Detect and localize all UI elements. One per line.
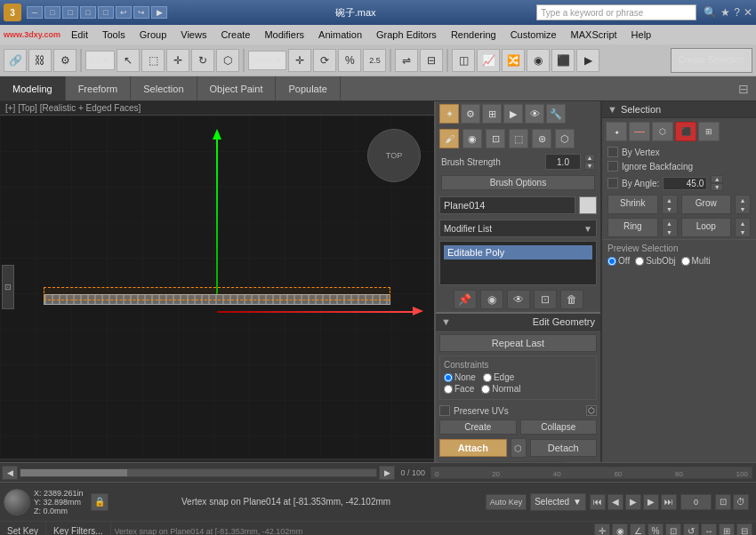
brush-select-btn[interactable]: ◉ [462, 129, 482, 148]
grow-btn[interactable]: Grow [681, 195, 732, 214]
angle-spinner[interactable]: ▲ ▼ [711, 175, 723, 191]
by-angle-checkbox[interactable] [607, 178, 618, 188]
border-icon-btn[interactable]: ⬡ [652, 122, 673, 141]
stack-show-btn[interactable]: 👁 [507, 290, 530, 309]
bookmark-icon[interactable]: ★ [720, 6, 730, 19]
snap-toggle-btn[interactable]: ✛ [288, 49, 311, 72]
vertex-icon-btn[interactable]: ⬥ [606, 122, 627, 141]
snap-angle-btn[interactable]: ∠ [630, 523, 646, 536]
undo-btn[interactable]: ↩ [116, 6, 132, 19]
minimize-btn[interactable]: ─ [27, 6, 43, 19]
selection-collapse[interactable]: ▼ [607, 104, 617, 115]
create-btn[interactable]: Create [439, 419, 517, 435]
align-btn[interactable]: ⊟ [420, 49, 443, 72]
menu-create[interactable]: Create [213, 25, 257, 44]
by-vertex-checkbox[interactable] [607, 147, 618, 157]
brush-option3-btn[interactable]: ⊛ [532, 129, 551, 148]
restore-btn[interactable]: □ [44, 6, 60, 19]
repeat-last-btn[interactable]: Repeat Last [439, 334, 597, 352]
timeline-track[interactable]: 0 20 40 60 80 100 [430, 467, 752, 479]
ring-spinner[interactable]: ▲ ▼ [662, 218, 678, 237]
time-config-btn[interactable]: ⏱ [733, 494, 749, 510]
layer-btn[interactable]: ◫ [452, 49, 475, 72]
snap-percent-btn[interactable]: % [647, 523, 664, 536]
redo-btn[interactable]: ↪ [133, 6, 149, 19]
tab-selection[interactable]: Selection [131, 76, 197, 100]
ring-btn[interactable]: Ring [607, 218, 658, 237]
create-selection-btn[interactable]: Create Selection [671, 48, 752, 73]
menu-customize[interactable]: Customize [503, 25, 564, 44]
scroll-right-btn[interactable]: ▶ [379, 466, 395, 480]
menu-animation[interactable]: Animation [311, 25, 369, 44]
preserve-uvs-checkbox[interactable] [439, 405, 450, 416]
loop-btn[interactable]: Loop [681, 218, 732, 237]
help-icon[interactable]: ? [734, 6, 740, 19]
grow-spin-up[interactable]: ▲ [736, 196, 750, 204]
stack-pin-btn[interactable]: 📌 [454, 290, 477, 309]
stack-item-editable-poly[interactable]: Editable Poly [444, 245, 592, 260]
menu-edit[interactable]: Edit [64, 25, 95, 44]
menu-tools[interactable]: Tools [95, 25, 133, 44]
grow-spin-down[interactable]: ▼ [736, 204, 750, 213]
shrink-spin-up[interactable]: ▲ [663, 196, 677, 204]
constraint-face[interactable]: Face [444, 384, 474, 394]
angle-spin-up[interactable]: ▲ [711, 175, 723, 183]
ring-spin-up[interactable]: ▲ [663, 219, 677, 228]
preview-subobj[interactable]: SubObj [635, 256, 675, 266]
preview-off-radio[interactable] [607, 257, 616, 266]
menu-modifiers[interactable]: Modifiers [257, 25, 311, 44]
rotate-tools-btn[interactable]: ↺ [683, 523, 699, 536]
rotate-btn[interactable]: ↻ [191, 49, 214, 72]
tab-object-paint[interactable]: Object Paint [197, 76, 277, 100]
select-btn[interactable]: ↖ [117, 49, 140, 72]
create-panel-btn[interactable]: ✦ [439, 104, 459, 124]
brush-options-btn[interactable]: Brush Options [441, 175, 595, 190]
percent-snap-btn[interactable]: % [338, 49, 361, 72]
next-frame-btn[interactable]: ▶ [643, 494, 659, 510]
key-filters-nav-btn[interactable]: Key Filters... [46, 522, 111, 535]
menu-maxscript[interactable]: MAXScript [564, 25, 624, 44]
prev-frame-btn[interactable]: ◀ [607, 494, 623, 510]
unlink-btn[interactable]: ⛓ [28, 49, 52, 72]
constraint-edge[interactable]: Edge [483, 372, 514, 382]
brush-option2-btn[interactable]: ⬚ [509, 129, 528, 148]
shrink-btn[interactable]: Shrink [607, 195, 658, 214]
pan-handle[interactable]: ⊡ [2, 265, 14, 309]
brush-paint-btn[interactable]: 🖌 [439, 129, 459, 148]
constraint-normal-radio[interactable] [481, 385, 490, 394]
object-color-swatch[interactable] [579, 196, 597, 214]
element-icon-btn[interactable]: ⊞ [698, 122, 720, 141]
constraint-none[interactable]: None [444, 372, 476, 382]
render-setup-btn[interactable]: ⬛ [551, 49, 575, 72]
playback-modes-btn[interactable]: ⊡ [715, 494, 731, 510]
edge-icon-btn[interactable]: — [629, 122, 650, 141]
save-btn[interactable]: □ [98, 6, 114, 19]
preview-multi-radio[interactable] [681, 257, 690, 266]
selected-dropdown[interactable]: Selected ▼ [530, 493, 586, 511]
curve-editor-btn[interactable]: 📈 [477, 49, 500, 72]
constraint-normal[interactable]: Normal [481, 384, 520, 394]
filter-dropdown[interactable]: All ▼ [85, 51, 115, 70]
tab-populate[interactable]: Populate [276, 76, 340, 100]
collapse-btn[interactable]: Collapse [520, 419, 598, 435]
menu-views[interactable]: Views [173, 25, 213, 44]
menu-rendering[interactable]: Rendering [444, 25, 503, 44]
shrink-spinner[interactable]: ▲ ▼ [662, 195, 678, 214]
attach-settings-btn[interactable]: ⬡ [511, 438, 527, 458]
utility-panel-btn[interactable]: 🔧 [546, 104, 566, 124]
scroll-left-btn[interactable]: ◀ [2, 466, 18, 480]
hierarchy-panel-btn[interactable]: ⊞ [482, 104, 502, 124]
render-btn[interactable]: ▶ [576, 49, 599, 72]
snap-3d-btn[interactable]: ◉ [612, 523, 628, 536]
open-btn[interactable]: □ [80, 6, 96, 19]
ignore-backfacing-checkbox[interactable] [607, 161, 618, 172]
edit-geometry-collapse[interactable]: ▼ [441, 316, 451, 327]
preview-multi[interactable]: Multi [681, 256, 711, 266]
loop-spinner[interactable]: ▲ ▼ [735, 218, 751, 237]
modifier-list-dropdown[interactable]: Modifier List ▼ [439, 220, 597, 237]
tab-panel-close[interactable]: ⊟ [735, 80, 752, 98]
snap-spinner-btn[interactable]: ⊡ [665, 523, 681, 536]
grow-spinner[interactable]: ▲ ▼ [735, 195, 751, 214]
stack-delete-btn[interactable]: 🗑 [560, 290, 583, 309]
scale-btn[interactable]: ⬡ [216, 49, 239, 72]
